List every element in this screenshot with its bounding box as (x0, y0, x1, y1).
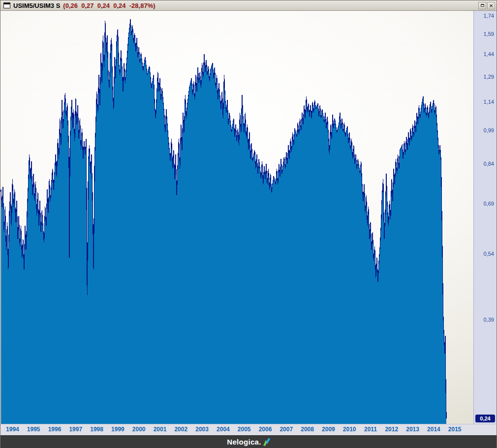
nelogica-logo-icon (263, 438, 270, 446)
time-axis[interactable]: 1994199519961997199819992000200120022003… (0, 424, 497, 435)
x-axis-label: 2005 (238, 426, 251, 433)
x-axis-label: 2001 (154, 426, 167, 433)
last-price-badge: 0,24 (475, 415, 495, 422)
close-button[interactable]: × (487, 2, 495, 9)
x-axis-label: 2006 (259, 426, 272, 433)
x-axis-label: 1998 (90, 426, 103, 433)
x-axis-label: 2007 (280, 426, 293, 433)
y-axis-label: 0,54 (484, 251, 494, 257)
x-axis-label: 2015 (448, 426, 462, 433)
chart-plot-area[interactable] (0, 11, 473, 424)
x-axis-label: 2002 (174, 426, 187, 433)
x-axis-label: 2003 (195, 426, 209, 433)
symbol-title: USIM5/USIM3 S (13, 2, 60, 9)
window-icon (3, 2, 10, 8)
y-axis-label: 1,74 (484, 13, 494, 19)
area-fill (1, 19, 446, 424)
x-axis-label: 2008 (301, 426, 314, 433)
x-axis-label: 2009 (322, 426, 335, 433)
x-axis-label: 2011 (364, 426, 377, 433)
footer-bar: Nelogica. (0, 435, 497, 448)
x-axis-label: 2010 (343, 426, 356, 433)
y-axis-label: 1,14 (484, 99, 494, 105)
ohlc-quote-text: (0,26 0,27 0,24 0,24 -28,87%) (63, 2, 155, 9)
x-axis-label: 1995 (27, 426, 40, 433)
y-axis-label: 0,84 (484, 161, 494, 167)
brand-name: Nelogica. (227, 438, 261, 446)
restore-button[interactable] (478, 2, 486, 9)
x-axis-label: 1999 (111, 426, 124, 433)
x-axis-label: 1996 (48, 426, 62, 433)
x-axis-label: 1994 (6, 426, 19, 433)
y-axis-label: 0,99 (484, 127, 494, 134)
chart-window: USIM5/USIM3 S (0,26 0,27 0,24 0,24 -28,8… (0, 0, 497, 448)
x-axis-label: 2012 (385, 426, 398, 433)
restore-icon (481, 4, 484, 7)
x-axis-label: 1997 (69, 426, 82, 433)
price-axis[interactable]: 0,24 1,741,591,441,291,140,990,840,690,5… (473, 11, 497, 424)
y-axis-label: 1,29 (484, 74, 494, 80)
title-bar[interactable]: USIM5/USIM3 S (0,26 0,27 0,24 0,24 -28,8… (0, 0, 497, 11)
y-axis-label: 0,69 (484, 201, 494, 207)
x-axis-label: 2000 (132, 426, 146, 433)
y-axis-label: 1,44 (484, 51, 494, 58)
x-axis-label: 2013 (406, 426, 419, 433)
y-axis-label: 1,59 (484, 31, 494, 37)
price-area-chart (0, 11, 474, 424)
chart-main: 0,24 1,741,591,441,291,140,990,840,690,5… (0, 11, 497, 424)
y-axis-label: 0,39 (484, 317, 494, 323)
x-axis-label: 2004 (217, 426, 230, 433)
x-axis-label: 2014 (427, 426, 440, 433)
close-icon: × (489, 3, 493, 8)
